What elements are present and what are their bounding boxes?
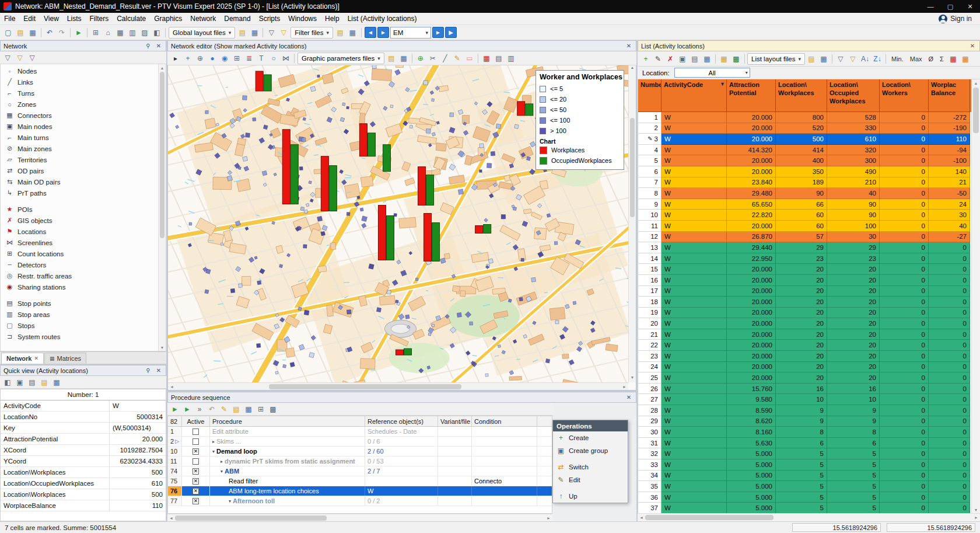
run-procedures-icon[interactable]: ►: [73, 27, 85, 38]
table-row[interactable]: 24W20.000202000: [638, 362, 971, 373]
step-icon[interactable]: »: [194, 403, 205, 414]
new-file-icon[interactable]: ▢: [2, 27, 14, 38]
matrix-editor-icon[interactable]: ▦: [114, 27, 126, 38]
sidebar-item-sharing-stations[interactable]: ◉Sharing stations: [1, 281, 158, 292]
quick-view-row[interactable]: ActivityCodeW: [1, 400, 166, 412]
table-row[interactable]: 8W29.48090400-50: [638, 188, 971, 199]
table-row[interactable]: 29W8.6209900: [638, 416, 971, 427]
menu-help[interactable]: Help: [321, 13, 344, 24]
undo-icon[interactable]: ↶: [206, 403, 218, 414]
highlight-orange-icon[interactable]: ▦: [960, 53, 971, 64]
undo-icon[interactable]: ↶: [44, 27, 55, 38]
table-row[interactable]: 19W20.000202000: [638, 308, 971, 319]
schematic-diagram-icon[interactable]: ▨: [139, 27, 150, 38]
table-row[interactable]: 16W20.000202000: [638, 275, 971, 286]
snapshot-icon[interactable]: ▦: [481, 53, 492, 64]
column-header-numbe[interactable]: Numbe: [638, 79, 662, 112]
column-active[interactable]: Active: [182, 416, 210, 426]
save-icon[interactable]: ▦: [701, 53, 713, 64]
maximize-button[interactable]: ▢: [940, 0, 960, 13]
sidebar-item-main-od-pairs[interactable]: ⇆Main OD pairs: [1, 176, 158, 187]
menu-lists[interactable]: Lists: [63, 13, 86, 24]
delete-icon[interactable]: ✗: [664, 53, 676, 64]
table-row[interactable]: 37W5.0005500: [638, 503, 971, 513]
map-horizontal-scrollbar[interactable]: ◄ ►: [168, 382, 628, 390]
filter-files-dropdown[interactable]: Filter files ▾: [290, 27, 333, 39]
procedure-row[interactable]: 74✕▾ABM2 / 7: [168, 466, 552, 476]
list-vertical-scrollbar[interactable]: ▲ ▼: [971, 79, 980, 513]
scroll-right-icon[interactable]: ►: [972, 515, 980, 520]
open-gpa-icon[interactable]: ▤: [386, 53, 397, 64]
scroll-down-icon[interactable]: ▼: [159, 344, 166, 351]
quick-view-row[interactable]: Location\OccupiedWorkplaces610: [1, 478, 166, 489]
tab-network[interactable]: Network✕: [1, 353, 44, 364]
run-to-cursor-icon[interactable]: ►: [181, 403, 193, 414]
edit-icon[interactable]: ✎: [652, 53, 664, 64]
checked-checkbox-icon[interactable]: ✕: [192, 488, 199, 494]
em-combo[interactable]: EM ▾: [390, 27, 431, 39]
filter-edit-icon[interactable]: ▽: [14, 52, 26, 63]
pan-tool-icon[interactable]: +: [182, 53, 194, 64]
expand-icon[interactable]: ▸: [220, 459, 223, 464]
list-horizontal-scrollbar[interactable]: ◄ ►: [638, 513, 980, 521]
sidebar-item-main-zones[interactable]: ⊘Main zones: [1, 143, 158, 154]
table-row[interactable]: 36W5.0005500: [638, 492, 971, 503]
agg--button[interactable]: Σ: [937, 54, 947, 64]
scroll-down-icon[interactable]: ▼: [972, 506, 980, 513]
column-procedure[interactable]: Procedure: [210, 416, 365, 426]
procedure-row[interactable]: 1Edit attributeSchedules - Date: [168, 427, 552, 437]
active-cell[interactable]: ✕: [182, 447, 210, 456]
table-row[interactable]: 25W20.000202000: [638, 372, 971, 384]
procedure-horizontal-scrollbar[interactable]: ◄ ►: [167, 514, 552, 521]
table-row[interactable]: 26W15.760161600: [638, 384, 971, 395]
select-tool-icon[interactable]: ▸: [170, 53, 181, 64]
agg-max-button[interactable]: Max: [907, 54, 925, 64]
save-layout-icon[interactable]: ▦: [818, 53, 830, 64]
column-header-attraction[interactable]: Attraction Potential: [727, 79, 776, 112]
map-vertical-scrollbar[interactable]: ▲ ▼: [628, 65, 636, 382]
sidebar-item-stop-points[interactable]: ▤Stop points: [1, 298, 158, 309]
quick-view-row[interactable]: XCoord1019282.7504: [1, 445, 166, 456]
checked-checkbox-icon[interactable]: ✕: [192, 468, 199, 475]
settings-icon[interactable]: ▩: [267, 403, 279, 414]
zoom-in-icon[interactable]: ⊕: [194, 53, 206, 64]
copy-icon[interactable]: ▣: [14, 377, 26, 388]
sidebar-item-screenlines[interactable]: ⋈Screenlines: [1, 237, 158, 248]
sidebar-item-pois[interactable]: ★POIs: [1, 204, 158, 215]
sidebar-item-prt-paths[interactable]: ↳PrT paths: [1, 187, 158, 198]
sidebar-item-system-routes[interactable]: ⊐System routes: [1, 331, 158, 342]
menu-file[interactable]: File: [0, 13, 19, 24]
sign-in-button[interactable]: Sign in: [939, 15, 980, 23]
scroll-up-icon[interactable]: ▲: [629, 65, 636, 72]
open-layout-icon[interactable]: ▤: [236, 27, 248, 38]
table-row[interactable]: 35W5.0005500: [638, 481, 971, 492]
column-condition[interactable]: Condition: [472, 416, 537, 426]
sidebar-item-nodes[interactable]: ◦Nodes: [1, 65, 158, 76]
nav-forward-button[interactable]: ►: [377, 27, 389, 38]
close-icon[interactable]: ✕: [968, 43, 977, 49]
sidebar-item-restr-traffic-areas[interactable]: ◎Restr. traffic areas: [1, 270, 158, 281]
table-row[interactable]: ✎3W20.0005006100110: [638, 134, 971, 145]
column-header-location[interactable]: Location\ Workplaces: [776, 79, 827, 112]
checked-checkbox-icon[interactable]: ✕: [192, 478, 199, 485]
sidebar-item-count-locations[interactable]: ⊞Count locations: [1, 248, 158, 259]
table-row[interactable]: 6W20.0003504900140: [638, 166, 971, 177]
table-row[interactable]: 23W20.000202000: [638, 351, 971, 362]
table-row[interactable]: 31W5.6306600: [638, 438, 971, 449]
table-row[interactable]: 33W5.0005500: [638, 459, 971, 471]
table-row[interactable]: 30W8.1608800: [638, 427, 971, 438]
pin-icon[interactable]: ⚲: [144, 43, 152, 49]
sidebar-item-stop-areas[interactable]: ▥Stop areas: [1, 309, 158, 320]
procedure-row[interactable]: 77✕▾Afternoon toll0 / 2: [168, 496, 552, 506]
scroll-down-icon[interactable]: ▼: [629, 375, 636, 382]
filter-edit-icon[interactable]: ▽: [847, 53, 859, 64]
menu-edit[interactable]: Edit: [19, 13, 40, 24]
unchecked-checkbox-icon[interactable]: [192, 429, 199, 435]
intersect-icon[interactable]: ⋈: [280, 53, 292, 64]
layers-icon[interactable]: ▤: [493, 53, 505, 64]
table-row[interactable]: 10W22.8206090030: [638, 210, 971, 221]
sidebar-item-locations[interactable]: ⚑Locations: [1, 226, 158, 237]
filter-network-icon[interactable]: ▽: [2, 52, 13, 63]
scroll-up-icon[interactable]: ▲: [159, 64, 166, 71]
eraser-icon[interactable]: ▭: [464, 53, 475, 64]
